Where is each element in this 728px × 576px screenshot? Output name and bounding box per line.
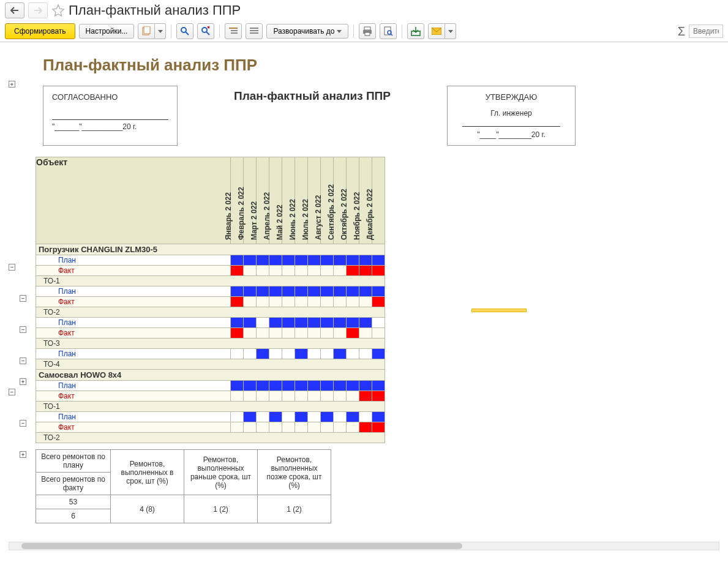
summary-ontime-label: Ремонтов, выполненных в срок, шт (%) — [111, 450, 184, 495]
find-next-button[interactable] — [197, 23, 214, 39]
svg-rect-6 — [231, 32, 238, 34]
expand-toggle[interactable]: + — [20, 378, 26, 385]
collapse-toggle[interactable]: − — [9, 389, 15, 395]
settings-button[interactable]: Настройки... — [79, 24, 135, 39]
gantt-cell — [334, 422, 347, 433]
gantt-cell — [282, 297, 295, 307]
report-area: + − − − − + − − + План-фактный анализ ПП… — [0, 42, 728, 550]
collapse-toggle[interactable]: − — [20, 295, 26, 302]
print-preview-button[interactable] — [380, 23, 397, 39]
gantt-cell — [321, 297, 334, 307]
gantt-cell — [282, 266, 295, 276]
gantt-cell — [321, 349, 334, 359]
collapse-groups-button[interactable] — [225, 23, 242, 39]
expand-to-button[interactable]: Разворачивать до — [266, 24, 348, 39]
gantt-cell — [334, 328, 347, 338]
gantt-cell — [282, 349, 295, 359]
plan-label: План — [36, 255, 231, 266]
gantt-cell — [257, 422, 269, 433]
gantt-cell — [321, 266, 334, 276]
svg-point-2 — [181, 28, 186, 32]
maintenance-type-row[interactable]: ТО-1 — [36, 276, 385, 286]
agreed-label: СОГЛАСОВАННО — [52, 92, 168, 102]
gantt-cell — [295, 391, 308, 402]
nav-back-button[interactable] — [5, 2, 24, 18]
favorite-star-icon[interactable] — [51, 4, 65, 17]
gantt-cell — [308, 391, 321, 402]
variants-dropdown-button[interactable] — [155, 23, 166, 39]
gantt-cell — [244, 422, 257, 433]
collapse-toggle[interactable]: − — [20, 326, 26, 333]
page-title: План-фактный анализ ППР — [69, 2, 241, 18]
gantt-cell — [334, 318, 347, 328]
maintenance-type-row[interactable]: ТО-2 — [36, 307, 385, 318]
maintenance-type-row[interactable]: ТО-2 — [36, 433, 385, 443]
report-title: План-фактный анализ ППР — [36, 42, 728, 86]
object-row[interactable]: Погрузчик CHANGLIN ZLM30-5 — [36, 244, 385, 255]
svg-rect-12 — [365, 32, 370, 36]
gantt-cell — [359, 381, 372, 391]
plan-label: План — [36, 349, 231, 359]
gantt-cell — [231, 391, 244, 402]
gantt-cell — [334, 286, 347, 297]
gantt-cell — [308, 381, 321, 391]
find-button[interactable] — [176, 23, 193, 39]
svg-rect-8 — [250, 30, 258, 31]
gantt-cell — [231, 328, 244, 338]
email-button[interactable] — [428, 23, 445, 39]
gantt-cell — [308, 328, 321, 338]
generate-button[interactable]: Сформировать — [5, 23, 75, 39]
fact-label: Факт — [36, 328, 231, 338]
gantt-cell — [244, 297, 257, 307]
collapse-toggle[interactable]: − — [20, 420, 26, 427]
summary-plan-label: Всего ремонтов по плану — [36, 450, 111, 473]
approved-date: "____"________20 г. — [456, 130, 566, 139]
gantt-cell — [282, 286, 295, 297]
gantt-cell — [257, 266, 269, 276]
maintenance-type-row[interactable]: ТО-4 — [36, 359, 385, 370]
gantt-cell — [269, 318, 282, 328]
gantt-cell — [269, 297, 282, 307]
summary-fact-value: 6 — [36, 509, 111, 523]
gantt-cell — [282, 318, 295, 328]
gantt-cell — [372, 297, 385, 307]
maintenance-type-row[interactable]: ТО-1 — [36, 402, 385, 412]
gantt-cell — [244, 255, 257, 266]
gantt-cell — [257, 412, 269, 422]
gantt-cell — [321, 381, 334, 391]
print-button[interactable] — [359, 23, 376, 39]
gantt-cell — [244, 381, 257, 391]
gantt-cell — [347, 381, 359, 391]
gantt-cell — [372, 286, 385, 297]
collapse-toggle[interactable]: − — [9, 264, 15, 271]
gantt-cell — [372, 255, 385, 266]
gantt-cell — [372, 412, 385, 422]
gantt-cell — [334, 349, 347, 359]
save-button[interactable] — [407, 23, 424, 39]
gantt-cell — [244, 391, 257, 402]
sigma-icon[interactable]: Σ — [678, 24, 685, 39]
expand-groups-button[interactable] — [246, 23, 263, 39]
variants-button[interactable] — [138, 23, 155, 39]
summary-plan-value: 53 — [36, 495, 111, 509]
gantt-cell — [359, 391, 372, 402]
gantt-cell — [359, 422, 372, 433]
search-input[interactable] — [689, 24, 723, 38]
object-row[interactable]: Самосвал HOWO 8x4 — [36, 370, 385, 381]
gantt-cell — [372, 422, 385, 433]
gantt-cell — [359, 328, 372, 338]
horizontal-scrollbar[interactable] — [9, 542, 719, 550]
gantt-cell — [257, 318, 269, 328]
expand-toggle[interactable]: + — [9, 81, 15, 88]
gantt-cell — [359, 412, 372, 422]
nav-forward-button[interactable] — [28, 2, 48, 18]
gantt-cell — [334, 266, 347, 276]
summary-table: Всего ремонтов по плану Ремонтов, выполн… — [36, 449, 331, 523]
expand-toggle[interactable]: + — [20, 451, 26, 458]
maintenance-type-row[interactable]: ТО-3 — [36, 338, 385, 349]
gantt-cell — [295, 286, 308, 297]
gantt-cell — [231, 422, 244, 433]
collapse-toggle[interactable]: − — [20, 357, 26, 364]
gantt-cell — [295, 255, 308, 266]
email-dropdown-button[interactable] — [445, 23, 456, 39]
